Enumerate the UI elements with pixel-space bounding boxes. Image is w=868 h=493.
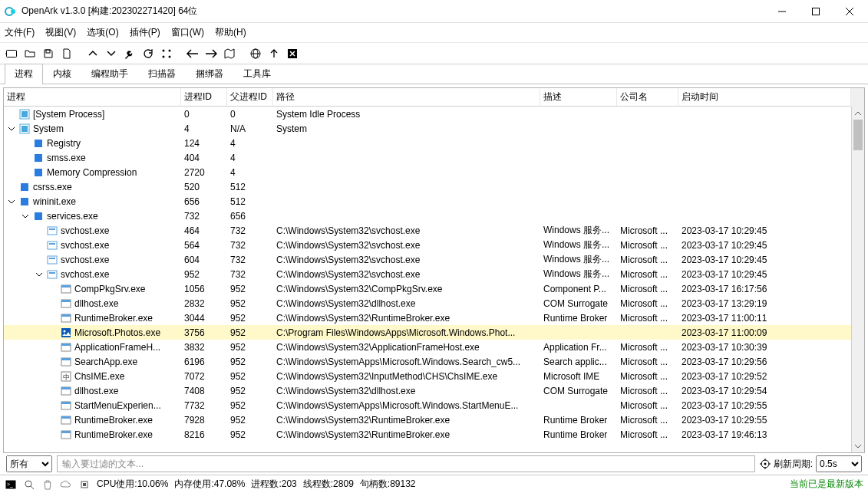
expand-toggle[interactable]	[7, 198, 16, 205]
cell-ppid: 952	[227, 284, 273, 294]
cell-company: Microsoft ...	[617, 255, 678, 265]
chevron-down-icon[interactable]	[103, 45, 120, 62]
expand-toggle[interactable]	[21, 212, 30, 220]
table-row[interactable]: ApplicationFrameH...3832952C:\Windows\Sy…	[4, 340, 864, 354]
table-row[interactable]: System4N/ASystem	[4, 121, 864, 136]
arrow-left-icon[interactable]	[184, 45, 201, 62]
table-row[interactable]: RuntimeBroker.exe8216952C:\Windows\Syste…	[4, 427, 864, 442]
process-name: svchost.exe	[61, 255, 109, 265]
table-row[interactable]: SearchApp.exe6196952C:\Windows\SystemApp…	[4, 354, 864, 369]
scroll-down-icon[interactable]	[852, 439, 865, 452]
expand-toggle[interactable]	[35, 271, 44, 278]
vertical-scrollbar[interactable]	[851, 107, 864, 452]
table-row[interactable]: dllhost.exe7408952C:\Windows\System32\dl…	[4, 383, 864, 398]
svg-rect-22	[35, 140, 42, 147]
process-icon	[19, 182, 30, 192]
folder-open-icon[interactable]	[21, 45, 38, 62]
cell-ppid: 952	[227, 400, 273, 411]
table-row[interactable]: CompPkgSrv.exe1056952C:\Windows\System32…	[4, 281, 864, 296]
magnify-icon[interactable]	[23, 478, 35, 491]
col-company[interactable]: 公司名	[617, 88, 678, 106]
expand-toggle[interactable]	[7, 125, 16, 133]
menu-window[interactable]: 窗口(W)	[171, 26, 204, 39]
folder-left-icon[interactable]	[3, 45, 20, 62]
table-row[interactable]: 中ChsIME.exe7072952C:\Windows\System32\In…	[4, 369, 864, 383]
globe-icon[interactable]	[247, 45, 264, 62]
maximize-button[interactable]	[805, 4, 827, 19]
col-start[interactable]: 启动时间	[678, 88, 851, 106]
filter-input[interactable]	[57, 455, 755, 472]
cell-path: C:\Windows\System32\RuntimeBroker.exe	[273, 429, 540, 440]
tab-bundler[interactable]: 捆绑器	[186, 64, 233, 84]
trash-icon[interactable]	[41, 478, 54, 491]
col-name[interactable]: 进程	[4, 88, 181, 106]
status-latest: 当前已是最新版本	[790, 478, 863, 491]
cell-ppid: 732	[227, 225, 273, 236]
refresh-interval-select[interactable]: 0.5s	[816, 455, 862, 472]
tab-kernel[interactable]: 内核	[43, 64, 81, 84]
target-icon[interactable]	[760, 458, 771, 469]
table-row[interactable]: svchost.exe604732C:\Windows\System32\svc…	[4, 252, 864, 267]
cell-desc: Windows 服务...	[540, 253, 617, 266]
cell-pid: 656	[181, 196, 227, 207]
grid-icon[interactable]	[158, 45, 175, 62]
svg-point-1	[11, 9, 15, 14]
refresh-icon[interactable]	[140, 45, 157, 62]
cell-ppid: 656	[227, 211, 273, 222]
menu-file[interactable]: 文件(F)	[5, 26, 35, 39]
table-row[interactable]: services.exe732656	[4, 209, 864, 223]
cell-path: C:\Windows\System32\RuntimeBroker.exe	[273, 415, 540, 426]
minimize-button[interactable]	[771, 4, 793, 19]
scroll-up-icon[interactable]	[852, 107, 865, 120]
col-ppid[interactable]: 父进程ID	[227, 88, 273, 106]
menu-help[interactable]: 帮助(H)	[215, 26, 246, 39]
table-row[interactable]: smss.exe4044	[4, 150, 864, 165]
filter-scope-select[interactable]: 所有	[6, 455, 52, 472]
table-row[interactable]: svchost.exe952732C:\Windows\System32\svc…	[4, 267, 864, 281]
table-row[interactable]: RuntimeBroker.exe7928952C:\Windows\Syste…	[4, 412, 864, 427]
menu-view[interactable]: 视图(V)	[45, 26, 76, 39]
table-row[interactable]: StartMenuExperien...7732952C:\Windows\Sy…	[4, 398, 864, 412]
menu-options[interactable]: 选项(O)	[87, 26, 118, 39]
scroll-thumb[interactable]	[853, 120, 863, 150]
table-row[interactable]: svchost.exe564732C:\Windows\System32\svc…	[4, 238, 864, 252]
tab-process[interactable]: 进程	[5, 64, 43, 84]
close-tool-icon[interactable]	[284, 45, 301, 62]
save-icon[interactable]	[40, 45, 57, 62]
cell-desc: Search applic...	[540, 357, 617, 367]
close-button[interactable]	[839, 4, 860, 19]
share-icon[interactable]	[266, 45, 282, 62]
chevron-up-icon[interactable]	[84, 45, 101, 62]
table-row[interactable]: Microsoft.Photos.exe3756952C:\Program Fi…	[4, 325, 864, 340]
svg-point-59	[764, 463, 766, 465]
cell-desc: Windows 服务...	[540, 224, 617, 237]
cell-ppid: 952	[227, 342, 273, 353]
col-path[interactable]: 路径	[273, 88, 540, 106]
tab-scanner[interactable]: 扫描器	[138, 64, 186, 84]
tab-coder[interactable]: 编程助手	[81, 64, 138, 84]
col-desc[interactable]: 描述	[540, 88, 617, 106]
col-pid[interactable]: 进程ID	[181, 88, 227, 106]
table-row[interactable]: Registry1244	[4, 136, 864, 150]
cloud-icon[interactable]	[60, 478, 72, 491]
table-row[interactable]: RuntimeBroker.exe3044952C:\Windows\Syste…	[4, 311, 864, 325]
tab-toolkit[interactable]: 工具库	[233, 64, 281, 84]
process-name: RuntimeBroker.exe	[74, 429, 153, 440]
cell-desc: COM Surrogate	[540, 298, 617, 309]
table-row[interactable]: Memory Compression27204	[4, 165, 864, 179]
chip-icon[interactable]	[78, 478, 91, 491]
table-row[interactable]: [System Process]00System Idle Process	[4, 107, 864, 121]
arrow-right-icon[interactable]	[203, 45, 219, 62]
cell-pid: 4	[181, 123, 227, 134]
wrench-icon[interactable]	[121, 45, 138, 62]
document-icon[interactable]	[58, 45, 75, 62]
table-row[interactable]: dllhost.exe2832952C:\Windows\System32\dl…	[4, 296, 864, 311]
cell-desc: Application Fr...	[540, 342, 617, 353]
table-row[interactable]: wininit.exe656512	[4, 194, 864, 209]
table-row[interactable]: svchost.exe464732C:\Windows\System32\svc…	[4, 223, 864, 238]
cell-desc: Microsoft IME	[540, 371, 617, 382]
map-icon[interactable]	[221, 45, 238, 62]
terminal-icon[interactable]: >_	[5, 478, 17, 491]
menu-plugins[interactable]: 插件(P)	[130, 26, 160, 39]
table-row[interactable]: csrss.exe520512	[4, 179, 864, 194]
